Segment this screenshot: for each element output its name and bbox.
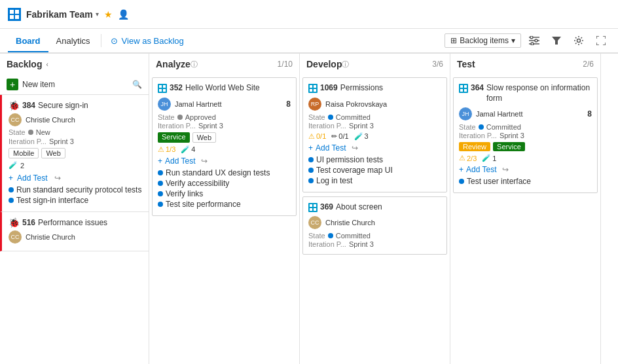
card-tags: Service Web [158,132,291,143]
card-state-val: Committed [336,232,371,240]
card-badge: 8 [587,109,592,118]
test-total-val: 6 [589,60,594,69]
tag-service[interactable]: Service [493,142,525,151]
stat-warning-1: ⚠ 0/1 [308,132,326,141]
fullscreen-btn[interactable] [592,31,610,50]
redirect-icon[interactable]: ↪ [352,143,358,153]
stat-val: 1/3 [166,145,175,153]
test-link-2[interactable]: Test sign-in interface [9,196,142,205]
card-avatar-row: RP Raisa Pokrovskaya [308,98,441,111]
search-icon[interactable]: 🔍 [132,80,142,89]
test-name: Test coverage map UI [316,166,393,175]
iteration-value: Sprint 3 [49,137,74,145]
card-header: 369 About screen [308,202,441,213]
item-id: 384 [22,101,35,110]
item-title: Performance issues [38,218,107,227]
filter-btn[interactable] [547,31,566,50]
card-1069[interactable]: 1069 Permissions RP Raisa Pokrovskaya St… [302,77,447,192]
stat-val: 2/3 [467,155,477,162]
tag-service[interactable]: Service [158,132,190,143]
info-icon[interactable]: ⓘ [191,60,198,69]
view-icon: ⊙ [111,36,118,46]
test-dot [308,157,314,162]
test-link-1[interactable]: Run standard security protocol tests [9,185,142,194]
new-item-label: New item [22,80,55,89]
info-icon[interactable]: ⓘ [342,60,349,69]
backlog-collapse-icon[interactable]: ‹ [46,61,48,68]
nav-bar: Board Analytics ⊙ View as Backlog ⊞ Back… [0,29,618,54]
test-item-2[interactable]: Verify accessibility [158,179,291,188]
flask-count: 2 [20,162,24,170]
plus-icon: + [7,79,18,90]
card-state: State Committed [308,113,441,121]
svg-rect-16 [163,89,166,92]
avatar: CC [9,113,22,126]
add-test-btn[interactable]: + Add Test ↪ [9,173,142,183]
card-avatar: JH [459,107,472,120]
svg-rect-1 [15,10,19,14]
card-header: 1069 Permissions [308,83,441,94]
svg-rect-23 [310,204,312,207]
backlog-column: Backlog ‹ + New item 🔍 🐞 384 Secure sign… [0,54,149,364]
state-dot [328,233,333,238]
test-item-1[interactable]: Test user interface [459,177,592,186]
test-dot [308,168,314,173]
add-test-label: Add Test [316,143,346,153]
backlog-items-btn[interactable]: ⊞ Backlog items ▾ [445,33,521,48]
card-iteration-val: Sprint 3 [500,132,524,139]
analyze-count: 1/10 [278,60,293,69]
filter-settings-btn[interactable] [525,31,543,50]
test-name: Run standard UX design tests [166,168,270,177]
add-test-btn[interactable]: + Add Test ↪ [459,165,592,174]
test-name: UI permission tests [316,155,383,164]
test-item-2[interactable]: Test coverage map UI [308,166,441,175]
people-icon[interactable]: 👤 [118,9,129,20]
nav-board[interactable]: Board [8,31,48,52]
svg-point-8 [535,39,537,42]
svg-rect-20 [310,89,312,92]
stat-val: 0/1 [316,132,326,140]
favorite-icon[interactable]: ★ [104,9,113,20]
test-item-4[interactable]: Test site performance [158,200,291,209]
add-test-btn[interactable]: + Add Test ↪ [308,143,441,153]
settings-btn[interactable] [570,31,588,50]
backlog-item-516[interactable]: 🐞 516 Performance issues CC Christie Chu… [0,212,149,251]
redirect-icon[interactable]: ↪ [54,173,61,183]
test-item-3[interactable]: Log in test [308,176,441,185]
backlog-item-384[interactable]: 🐞 384 Secure sign-in CC Christie Church … [0,95,149,212]
plus-icon: + [158,156,162,166]
card-352[interactable]: 352 Hello World Web Site JH Jamal Hartne… [152,77,297,216]
card-369[interactable]: 369 About screen CC Christie Church Stat… [302,196,447,255]
card-stats: ⚠ 0/1 ✏ 0/1 🧪 3 [308,132,441,141]
nav-analytics[interactable]: Analytics [48,31,98,51]
tag-mobile[interactable]: Mobile [9,148,39,158]
stat-warning: ⚠ 1/3 [158,145,175,154]
tag-web[interactable]: Web [41,148,65,158]
card-iteration-val: Sprint 3 [198,122,223,130]
svg-rect-13 [159,85,162,88]
card-title: About screen [336,202,382,213]
item-header: 🐞 384 Secure sign-in [9,100,142,111]
warning-icon: ⚠ [459,154,465,162]
test-item-1[interactable]: UI permission tests [308,155,441,164]
logo-icon [8,8,21,21]
develop-column: Develop ⓘ 3/6 1069 Permissions [300,54,450,364]
svg-rect-3 [15,15,19,19]
test-item-3[interactable]: Verify links [158,189,291,198]
team-dropdown-icon[interactable]: ▾ [96,10,99,18]
nav-view-backlog[interactable]: ⊙ View as Backlog [104,33,191,48]
redirect-icon[interactable]: ↪ [502,165,509,174]
develop-count: 3/6 [432,60,443,69]
warning-icon: ⚠ [158,145,164,154]
add-test-btn[interactable]: + Add Test ↪ [158,156,291,166]
tag-review[interactable]: Review [459,142,490,151]
analyze-cards: 352 Hello World Web Site JH Jamal Hartne… [149,75,299,364]
redirect-icon[interactable]: ↪ [201,156,208,166]
stat-val: 4 [191,145,195,153]
tag-web[interactable]: Web [192,132,216,143]
card-364[interactable]: 364 Slow response on information form JH… [453,77,598,193]
svg-rect-25 [310,208,312,211]
stat-flask: 🧪 4 [181,145,195,154]
test-item-1[interactable]: Run standard UX design tests [158,168,291,177]
new-item-btn[interactable]: + New item 🔍 [0,75,149,95]
